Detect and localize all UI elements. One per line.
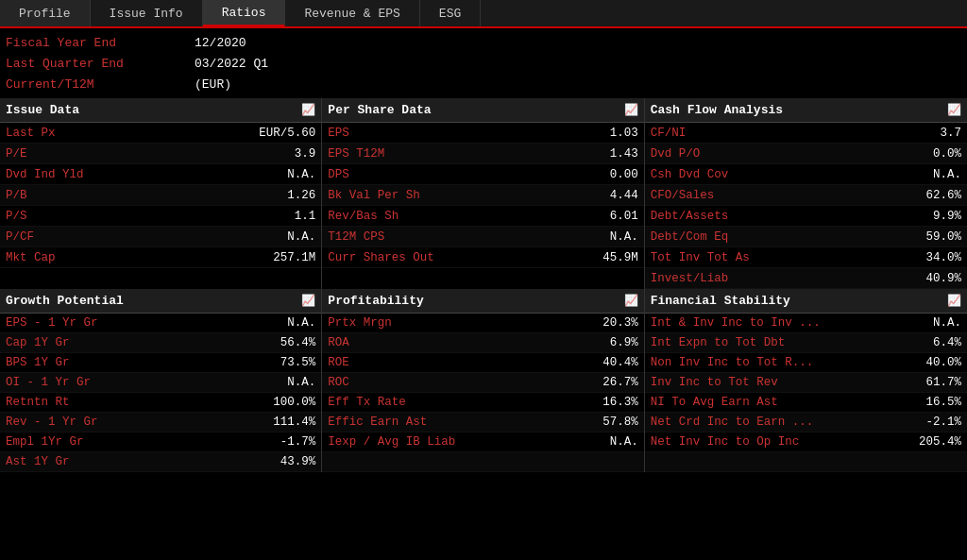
chart-icon-2[interactable]: 📈: [624, 103, 638, 117]
row-label: Non Inv Inc to Tot R...: [651, 356, 814, 369]
row-value: 43.9%: [280, 455, 316, 468]
row-label: Mkt Cap: [6, 251, 56, 264]
table-row: Net Inv Inc to Op Inc205.4%: [645, 433, 967, 452]
row-value: EUR/5.60: [259, 127, 315, 140]
chart-icon[interactable]: 📈: [301, 103, 315, 117]
table-row: P/E3.9: [0, 144, 321, 164]
row-value: N.A.: [610, 435, 638, 449]
row-value: N.A.: [287, 168, 315, 181]
tab-ratios[interactable]: Ratios: [203, 0, 286, 26]
table-row: ROA6.9%: [322, 333, 643, 353]
financial-stability-header: Financial Stability 📈: [645, 289, 967, 314]
tab-esg[interactable]: ESG: [420, 0, 481, 26]
chart-icon-3[interactable]: 📈: [947, 103, 961, 117]
row-value: 16.3%: [602, 396, 638, 409]
row-label: Invest/Liab: [651, 272, 729, 285]
row-value: 56.4%: [280, 336, 316, 349]
row-value: 0.0%: [933, 147, 961, 161]
chart-icon-5[interactable]: 📈: [624, 294, 638, 308]
table-row: [322, 452, 643, 472]
row-value: 6.01: [610, 210, 638, 223]
table-row: Invest/Liab40.9%: [645, 268, 967, 289]
row-value: 0.00: [610, 168, 638, 181]
table-row: Ast 1Y Gr43.9%: [0, 452, 321, 472]
table-row: P/S1.1: [0, 206, 321, 227]
growth-section: Growth Potential 📈 EPS - 1 Yr GrN.A.Cap …: [0, 289, 322, 472]
row-label: DPS: [328, 168, 349, 181]
table-row: Int Expn to Tot Dbt6.4%: [645, 333, 967, 353]
table-row: P/CFN.A.: [0, 227, 321, 247]
row-label: Int & Inv Inc to Inv ...: [651, 316, 821, 330]
tab-profile[interactable]: Profile: [0, 0, 91, 26]
table-row: EPS T12M1.43: [322, 144, 643, 164]
table-row: ROE40.4%: [322, 353, 643, 373]
profitability-header: Profitability 📈: [322, 289, 643, 314]
table-row: Curr Shares Out45.9M: [322, 247, 643, 268]
row-value: 40.4%: [602, 356, 638, 369]
row-value: N.A.: [287, 376, 315, 389]
issue-data-header: Issue Data 📈: [0, 98, 321, 123]
cash-flow-section: Cash Flow Analysis 📈 CF/NI3.7Dvd P/O0.0%…: [645, 98, 967, 289]
row-value: N.A.: [287, 316, 315, 330]
row-label: T12M CPS: [328, 230, 384, 244]
row-label: ROC: [328, 376, 349, 389]
table-row: EPS - 1 Yr GrN.A.: [0, 314, 321, 333]
chart-icon-6[interactable]: 📈: [947, 294, 961, 308]
row-value: 40.0%: [925, 356, 961, 369]
table-row: Empl 1Yr Gr-1.7%: [0, 433, 321, 452]
table-row: P/B1.26: [0, 185, 321, 206]
row-value: -2.1%: [925, 416, 961, 429]
table-row: [645, 452, 967, 472]
current-t12m-row: Current/T12M (EUR): [6, 74, 961, 94]
table-row: Cap 1Y Gr56.4%: [0, 333, 321, 353]
per-share-section: Per Share Data 📈 EPS1.03EPS T12M1.43DPS0…: [322, 98, 644, 289]
table-row: CFO/Sales62.6%: [645, 185, 967, 206]
tab-issue-info[interactable]: Issue Info: [91, 0, 203, 26]
growth-rows: EPS - 1 Yr GrN.A.Cap 1Y Gr56.4%BPS 1Y Gr…: [0, 314, 321, 472]
row-label: Net Crd Inc to Earn ...: [651, 416, 814, 429]
row-label: Eff Tx Rate: [328, 396, 406, 409]
growth-header: Growth Potential 📈: [0, 289, 321, 314]
header-info: Fiscal Year End 12/2020 Last Quarter End…: [0, 28, 967, 98]
row-label: Csh Dvd Cov: [651, 168, 729, 181]
row-label: Ast 1Y Gr: [6, 455, 70, 468]
row-value: 26.7%: [602, 376, 638, 389]
table-row: DPS0.00: [322, 164, 643, 185]
tab-revenue-eps[interactable]: Revenue & EPS: [285, 0, 419, 26]
row-value: 9.9%: [933, 210, 961, 223]
financial-stability-section: Financial Stability 📈 Int & Inv Inc to I…: [645, 289, 967, 472]
row-label: Last Px: [6, 127, 56, 140]
row-value: 61.7%: [925, 376, 961, 389]
row-value: 1.1: [295, 210, 316, 223]
table-row: Inv Inc to Tot Rev61.7%: [645, 373, 967, 393]
table-row: Bk Val Per Sh4.44: [322, 185, 643, 206]
row-value: 16.5%: [925, 396, 961, 409]
row-label: Tot Inv Tot As: [651, 251, 750, 264]
cash-flow-rows: CF/NI3.7Dvd P/O0.0%Csh Dvd CovN.A.CFO/Sa…: [645, 123, 967, 289]
table-row: Debt/Assets9.9%: [645, 206, 967, 227]
chart-icon-4[interactable]: 📈: [301, 294, 315, 308]
table-row: T12M CPSN.A.: [322, 227, 643, 247]
row-value: 6.4%: [933, 336, 961, 349]
table-row: Mkt Cap257.1M: [0, 247, 321, 268]
row-value: 3.7: [940, 127, 961, 140]
table-row: Rev/Bas Sh6.01: [322, 206, 643, 227]
row-label: P/B: [6, 189, 27, 202]
row-label: EPS - 1 Yr Gr: [6, 316, 98, 330]
row-label: P/CF: [6, 230, 34, 244]
row-label: ROE: [328, 356, 349, 369]
issue-data-rows: Last PxEUR/5.60P/E3.9Dvd Ind YldN.A.P/B1…: [0, 123, 321, 268]
table-row: Debt/Com Eq59.0%: [645, 227, 967, 247]
row-value: N.A.: [287, 230, 315, 244]
row-value: 100.0%: [273, 396, 315, 409]
row-label: Iexp / Avg IB Liab: [328, 435, 455, 449]
row-label: Rev/Bas Sh: [328, 210, 399, 223]
table-row: Non Inv Inc to Tot R...40.0%: [645, 353, 967, 373]
row-value: 57.8%: [602, 416, 638, 429]
table-row: Int & Inv Inc to Inv ...N.A.: [645, 314, 967, 333]
row-label: Prtx Mrgn: [328, 316, 392, 330]
current-t12m-label: Current/T12M: [6, 77, 195, 92]
row-label: P/S: [6, 210, 27, 223]
row-label: Dvd P/O: [651, 147, 701, 161]
row-value: 62.6%: [925, 189, 961, 202]
